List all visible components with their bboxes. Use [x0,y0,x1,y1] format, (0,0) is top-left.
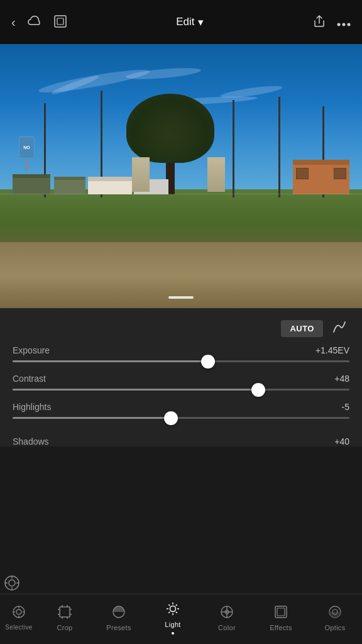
svg-rect-1 [57,18,63,25]
svg-rect-17 [60,607,70,617]
presets-label: Presets [106,624,131,631]
optics-label: Optics [325,624,346,631]
highlights-slider-row: Highlights -5 [13,402,349,419]
svg-point-6 [9,580,15,586]
auto-button[interactable]: AUTO [281,320,323,337]
shadows-row: Shadows +40 [13,430,349,447]
selective-icon [12,605,26,621]
nav-item-presets[interactable]: Presets [92,594,146,644]
contrast-label: Contrast [13,374,46,384]
dropdown-arrow: ▾ [198,16,204,29]
curve-button[interactable] [329,317,349,340]
color-label: Color [218,624,236,631]
contrast-label-row: Contrast +48 [13,374,349,384]
optics-icon [328,605,342,621]
highlights-thumb[interactable] [164,411,178,425]
svg-line-35 [168,611,170,613]
svg-line-32 [168,604,170,606]
selective-label: Selective [5,624,32,631]
exposure-track[interactable] [13,360,349,362]
crop-icon [58,605,72,621]
back-button[interactable]: ‹ [11,16,16,28]
shadows-label: Shadows [13,436,49,447]
nav-item-light[interactable]: Light [146,594,200,644]
light-label: Light [165,621,180,628]
nav-item-crop[interactable]: Crop [38,594,92,644]
svg-rect-0 [55,16,66,27]
nav-item-optics[interactable]: Optics [308,594,362,644]
auto-row: AUTO [13,308,349,345]
share-button[interactable] [313,14,326,30]
effects-icon [274,605,288,621]
highlights-label-row: Highlights -5 [13,402,349,412]
contrast-track[interactable] [13,389,349,391]
crop-label: Crop [57,624,72,631]
exposure-thumb[interactable] [201,355,215,369]
exposure-label: Exposure [13,345,50,355]
exposure-slider-row: Exposure +1.45EV [13,345,349,362]
header-left-controls: ‹ [11,14,67,30]
contrast-value: +48 [334,374,349,384]
buildings-row [0,160,362,194]
header-right-controls [313,14,351,30]
svg-point-3 [343,23,346,26]
svg-line-33 [176,611,177,613]
sign-post: NO [19,136,35,171]
light-icon [166,602,180,618]
svg-line-34 [176,604,177,606]
light-active-indicator [172,632,174,635]
cloud-button[interactable] [27,16,42,29]
highlights-label: Highlights [13,402,51,412]
exposure-label-row: Exposure +1.45EV [13,345,349,355]
more-button[interactable] [337,16,351,28]
nav-item-selective[interactable]: Selective [0,594,38,644]
effects-label: Effects [270,624,292,631]
exposure-value: +1.45EV [315,345,349,355]
contrast-slider-row: Contrast +48 [13,374,349,391]
bottom-nav: Selective Crop Presets [0,594,362,644]
edit-panel: AUTO Exposure +1.45EV Contrast +48 [0,308,362,447]
barrier-1 [132,157,150,192]
contrast-thumb[interactable] [251,383,265,397]
horizon-line [0,194,362,194]
highlights-value: -5 [342,402,349,412]
color-icon [220,605,234,621]
frame-button[interactable] [53,14,67,30]
svg-point-12 [16,609,21,614]
shadows-value: +40 [334,436,349,447]
barrier-2 [207,157,225,192]
header-title-area[interactable]: Edit ▾ [176,16,204,29]
edit-title: Edit [176,16,194,28]
nav-item-effects[interactable]: Effects [254,594,308,644]
photo-canvas: NO [0,44,362,308]
svg-rect-41 [277,608,285,616]
presets-icon [112,605,126,621]
header: ‹ Edit ▾ [0,0,362,44]
svg-point-27 [170,606,176,611]
highlights-track[interactable] [13,417,349,419]
svg-point-2 [337,23,341,26]
selective-partial-icon [3,574,21,592]
nav-item-color[interactable]: Color [200,594,254,644]
svg-point-4 [348,23,351,26]
position-indicator [168,296,194,299]
